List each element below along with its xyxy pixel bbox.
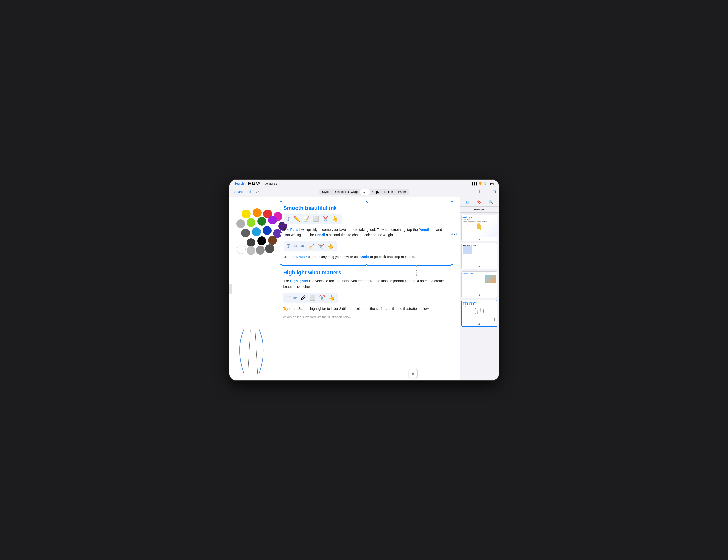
svg-line-2 bbox=[477, 308, 478, 314]
page-thumb-1[interactable]: Welcome to Notability Powerful, yet wond… bbox=[461, 215, 497, 241]
battery-icon: 🔋 bbox=[484, 182, 487, 185]
back-search-status: Search bbox=[234, 182, 244, 185]
back-chevron-icon: ‹ bbox=[232, 190, 234, 194]
handle-bm[interactable] bbox=[366, 264, 368, 266]
color-circle-6[interactable] bbox=[257, 217, 266, 226]
text-tool-icon-3: T bbox=[287, 295, 290, 300]
color-circle-10[interactable] bbox=[252, 228, 261, 236]
pages-view-button[interactable]: ⊡ bbox=[493, 190, 496, 194]
highlighter-word: Highlighter bbox=[290, 279, 308, 283]
share-button[interactable]: ⬆ bbox=[248, 190, 251, 194]
scroll-indicator[interactable]: ▲ 4▲8 ▼ bbox=[415, 264, 418, 277]
pencil-blue-icon: ✏️ bbox=[293, 216, 300, 222]
section1-eraser-body: Use the Eraser to erase anything you dra… bbox=[284, 254, 450, 260]
pencil-outline2-icon: ✒ bbox=[301, 243, 305, 249]
zoom-button[interactable]: ⊕ bbox=[409, 369, 418, 378]
color-circle-1[interactable] bbox=[253, 208, 262, 217]
selection-box[interactable]: ↻ Smooth beautiful ink T ✏️ 📝 ⬜ ✂️ 👆 bbox=[281, 202, 452, 266]
left-edge-handle[interactable]: : bbox=[229, 284, 232, 294]
page-number-2: 2 bbox=[462, 265, 497, 269]
tab-search[interactable]: 🔍 bbox=[485, 199, 497, 206]
disable-text-wrap-button[interactable]: Disable Text Wrap bbox=[331, 189, 360, 195]
add-button[interactable]: + bbox=[478, 189, 481, 195]
pencil-icon-3: ✏ bbox=[293, 295, 297, 301]
scroll-down-icon[interactable]: ▼ bbox=[415, 274, 418, 277]
rotate-handle[interactable]: ↻ bbox=[452, 232, 457, 237]
pages-tab-icon: ⊡ bbox=[466, 200, 469, 204]
scroll-up-icon[interactable]: ▲ bbox=[415, 264, 418, 268]
page-4-more[interactable]: ⋮ bbox=[493, 317, 496, 321]
handle-ml[interactable] bbox=[280, 233, 282, 235]
delete-button[interactable]: Delete bbox=[382, 189, 395, 195]
color-circle-0[interactable] bbox=[242, 210, 251, 218]
section2-container: Highlight what matters The Highlighter i… bbox=[281, 270, 452, 320]
scissors3-icon: ✂️ bbox=[319, 295, 325, 301]
page-3-more[interactable]: ⋮ bbox=[493, 289, 497, 293]
svg-line-3 bbox=[480, 308, 481, 314]
page-thumb-3[interactable]: Create a moment 3 ⋮ bbox=[461, 272, 497, 298]
page-thumb-2[interactable]: Note Everything! 2 bbox=[461, 243, 497, 270]
page-2-more[interactable]: ⋮ bbox=[493, 261, 497, 264]
svg-line-1 bbox=[255, 330, 258, 374]
tab-pages[interactable]: ⊡ bbox=[462, 199, 474, 206]
text-tool-icon-2: T bbox=[287, 243, 290, 249]
eraser-icon-3: ⬜ bbox=[310, 295, 316, 301]
color-circle-14[interactable] bbox=[257, 237, 266, 245]
color-circle-19[interactable] bbox=[265, 244, 274, 253]
thumb-img-2: Note Everything! bbox=[462, 243, 497, 265]
handle-tl[interactable] bbox=[280, 202, 282, 204]
hand-icon: 👆 bbox=[332, 216, 338, 222]
cut-button[interactable]: Cut bbox=[360, 189, 370, 195]
section2-body: The Highlighter is a versatile tool that… bbox=[283, 278, 450, 289]
handle-tm[interactable] bbox=[366, 202, 368, 204]
thumb-img-3: Create a moment bbox=[462, 272, 497, 294]
color-circle-9[interactable] bbox=[241, 229, 250, 238]
page-number-3: 3 bbox=[462, 294, 497, 297]
try-this-label: Try this: bbox=[283, 307, 297, 310]
color-circle-18[interactable] bbox=[256, 246, 265, 255]
page-thumb-4[interactable]: Smooth beautiful ink Highlight what matt… bbox=[461, 300, 497, 327]
pencil-outline-icon: 📝 bbox=[303, 216, 310, 222]
pencil-word-2: Pencil bbox=[419, 228, 429, 232]
back-button[interactable]: ‹ Search bbox=[232, 190, 245, 194]
color-circle-16[interactable] bbox=[237, 245, 246, 254]
page-1-more[interactable]: ⋮ bbox=[493, 232, 497, 236]
thumb-img-1: Welcome to Notability Powerful, yet wond… bbox=[462, 215, 497, 237]
toolbar: ‹ Search ⬆ ↩ Style Disable Text Wrap Cut… bbox=[229, 187, 499, 197]
color-circle-11[interactable] bbox=[263, 226, 272, 235]
right-sidebar: ⊡ 🔖 🔍 All Pages Welcome bbox=[460, 197, 499, 380]
zoom-icon: ⊕ bbox=[411, 371, 415, 376]
page-thumbnails[interactable]: Welcome to Notability Powerful, yet wond… bbox=[460, 213, 499, 380]
scroll-page-num: 4▲8 bbox=[415, 268, 418, 273]
hand3-icon: 👆 bbox=[329, 295, 335, 301]
drawing-area[interactable]: : bbox=[229, 197, 460, 380]
tool-icons-row-2: T ✏ ✒ 🧹 ✂️ 👆 bbox=[284, 241, 337, 251]
handle-br[interactable] bbox=[451, 264, 453, 266]
scissors2-icon: ✂️ bbox=[318, 243, 324, 249]
color-circle-13[interactable] bbox=[247, 239, 255, 247]
handle-bl[interactable] bbox=[280, 264, 282, 266]
paper-button[interactable]: Paper bbox=[395, 189, 408, 195]
pencil-word-3: Pencil bbox=[315, 233, 325, 237]
page-number-1: 1 bbox=[462, 237, 497, 241]
tool-icons-row-1: T ✏️ 📝 ⬜ ✂️ 👆 bbox=[284, 214, 342, 224]
status-date: Tue Mar 31 bbox=[263, 182, 277, 185]
eraser-outline-icon: ⬜ bbox=[313, 216, 319, 222]
color-circle-17[interactable] bbox=[247, 246, 255, 255]
more-button[interactable]: ⋯ bbox=[485, 189, 489, 195]
section1-body: The Pencil will quickly become your favo… bbox=[284, 227, 450, 238]
tab-bookmarks[interactable]: 🔖 bbox=[473, 199, 485, 206]
color-circle-4[interactable] bbox=[236, 219, 245, 228]
color-circle-5[interactable] bbox=[247, 218, 255, 227]
copy-button[interactable]: Copy bbox=[370, 189, 382, 195]
undo-button[interactable]: ↩ bbox=[255, 190, 259, 194]
status-left: Search 10:32 AM Tue Mar 31 bbox=[234, 182, 277, 185]
all-pages-label: All Pages bbox=[460, 207, 499, 213]
style-button[interactable]: Style bbox=[320, 189, 331, 195]
eraser-pink-icon: 🧹 bbox=[309, 243, 315, 249]
toolbar-left: ‹ Search ⬆ ↩ bbox=[232, 190, 259, 194]
eraser-word: Eraser bbox=[296, 255, 307, 259]
handle-tr[interactable] bbox=[451, 202, 453, 204]
status-time: 10:32 AM bbox=[248, 182, 260, 185]
section1-title: Smooth beautiful ink bbox=[284, 205, 450, 211]
